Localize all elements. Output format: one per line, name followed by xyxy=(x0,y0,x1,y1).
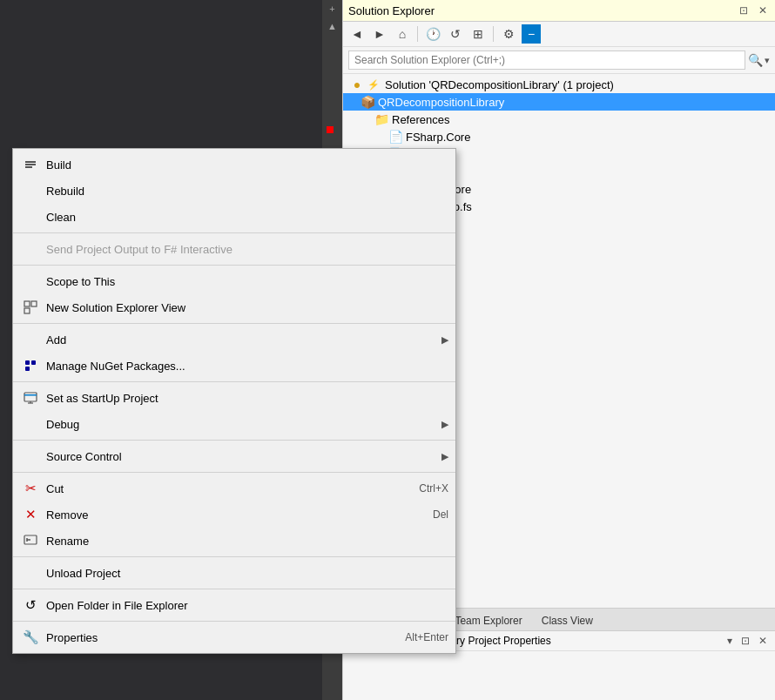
cm-sep9 xyxy=(13,621,455,622)
cm-item-rebuild[interactable]: Rebuild xyxy=(13,178,455,204)
se-home-btn[interactable]: ⌂ xyxy=(393,24,412,44)
cm-label-source-control: Source Control xyxy=(46,450,428,463)
startup-icon xyxy=(22,389,39,407)
se-title-bar: Solution Explorer ⊡ ✕ xyxy=(343,0,775,22)
svg-rect-0 xyxy=(25,161,36,163)
open-folder-icon: ↺ xyxy=(22,596,39,614)
se-search-icon[interactable]: 🔍 xyxy=(748,53,763,67)
svg-rect-5 xyxy=(24,308,30,313)
svg-rect-3 xyxy=(24,301,30,306)
rename-icon xyxy=(22,532,39,549)
references-label: References xyxy=(392,113,449,126)
svg-rect-8 xyxy=(25,367,30,371)
cm-sep1 xyxy=(13,232,455,233)
fsharp-interactive-icon xyxy=(22,240,39,258)
cm-item-open-folder[interactable]: ↺ Open Folder in File Explorer xyxy=(13,592,455,618)
rebuild-icon xyxy=(22,182,39,199)
cm-label-debug: Debug xyxy=(46,418,428,431)
svg-rect-9 xyxy=(24,393,37,401)
solution-label: Solution 'QRDecompositionLibrary' (1 pro… xyxy=(385,78,614,91)
cm-item-new-se-view[interactable]: New Solution Explorer View xyxy=(13,294,455,320)
prop-controls: ▾ ⊡ ✕ xyxy=(724,634,770,648)
cm-label-properties: Properties xyxy=(46,631,398,644)
cm-item-properties[interactable]: 🔧 Properties Alt+Enter xyxy=(13,624,455,650)
prop-dock-btn[interactable]: ⊡ xyxy=(738,634,752,648)
build-icon xyxy=(22,156,39,173)
add-submenu-arrow: ▶ xyxy=(441,334,448,346)
svg-rect-2 xyxy=(25,166,32,168)
cm-item-debug[interactable]: Debug ▶ xyxy=(13,411,455,437)
debug-submenu-arrow: ▶ xyxy=(441,419,448,430)
cm-sep7 xyxy=(13,556,455,557)
source-control-submenu-arrow: ▶ xyxy=(441,451,448,462)
context-menu: Build Rebuild Clean Send Project Output … xyxy=(12,148,456,654)
cm-label-nuget: Manage NuGet Packages... xyxy=(46,360,448,373)
se-tree-item-fsharp[interactable]: 📄 FSharp.Core xyxy=(343,128,775,145)
properties-icon: 🔧 xyxy=(22,629,39,646)
cm-shortcut-cut: Ctrl+X xyxy=(419,482,448,495)
add-icon xyxy=(22,331,39,348)
cm-sep8 xyxy=(13,589,455,589)
cm-item-build[interactable]: Build xyxy=(13,151,455,178)
se-pin-btn[interactable]: ⊡ xyxy=(737,3,751,17)
cm-sep4 xyxy=(13,381,455,382)
cm-item-fsharp-interactive[interactable]: Send Project Output to F# Interactive xyxy=(13,236,455,262)
cm-item-scope[interactable]: Scope to This xyxy=(13,268,455,294)
cm-item-clean[interactable]: Clean xyxy=(13,204,455,230)
se-tree-item-references[interactable]: 📁 References xyxy=(343,111,775,128)
cm-sep2 xyxy=(13,265,455,266)
cm-sep5 xyxy=(13,440,455,441)
se-search-input[interactable] xyxy=(348,50,745,70)
cm-label-rename: Rename xyxy=(46,535,448,548)
cm-item-unload[interactable]: Unload Project xyxy=(13,560,455,586)
cm-item-source-control[interactable]: Source Control ▶ xyxy=(13,443,455,469)
se-search-bar: 🔍 ▾ xyxy=(343,47,775,74)
cm-item-remove[interactable]: ✕ Remove Del xyxy=(13,501,455,528)
cm-item-rename[interactable]: Rename xyxy=(13,528,455,554)
cm-label-fsharp-interactive: Send Project Output to F# Interactive xyxy=(46,243,448,256)
se-minus-btn[interactable]: − xyxy=(522,24,541,44)
svg-rect-6 xyxy=(25,360,30,365)
se-history-btn[interactable]: 🕐 xyxy=(423,24,442,44)
cm-item-add[interactable]: Add ▶ xyxy=(13,326,455,353)
cm-label-build: Build xyxy=(46,158,448,172)
solution-icon: ● xyxy=(350,77,364,91)
cm-item-startup[interactable]: Set as StartUp Project xyxy=(13,385,455,411)
cm-shortcut-properties: Alt+Enter xyxy=(405,631,448,643)
cut-icon: ✂ xyxy=(22,480,39,497)
se-refresh-btn[interactable]: ↺ xyxy=(446,24,465,44)
remove-icon: ✕ xyxy=(22,506,39,523)
clean-icon xyxy=(22,208,39,225)
se-search-options[interactable]: ▾ xyxy=(765,55,770,66)
se-tree-item-solution[interactable]: ● ⚡ Solution 'QRDecompositionLibrary' (1… xyxy=(343,76,775,93)
cm-shortcut-remove: Del xyxy=(433,508,448,521)
tab-class-view[interactable]: Class View xyxy=(532,610,603,630)
se-sync-btn[interactable]: ⊞ xyxy=(468,24,488,44)
se-toolbar-sep2 xyxy=(493,26,494,42)
svg-rect-4 xyxy=(31,301,37,306)
prop-pin-btn[interactable]: ▾ xyxy=(724,634,735,648)
fsharp-icon: 📄 xyxy=(388,130,402,144)
strip-plus-btn[interactable]: + xyxy=(322,0,342,17)
red-marker xyxy=(327,126,334,133)
cm-label-open-folder: Open Folder in File Explorer xyxy=(46,599,448,612)
se-settings-btn[interactable]: ⚙ xyxy=(499,24,518,44)
solution-marker: ⚡ xyxy=(367,79,380,91)
prop-close-btn[interactable]: ✕ xyxy=(756,634,770,648)
cm-label-new-se-view: New Solution Explorer View xyxy=(46,301,448,314)
fsharp-label: FSharp.Core xyxy=(406,131,470,144)
cm-label-rebuild: Rebuild xyxy=(46,185,448,198)
tab-team-explorer[interactable]: Team Explorer xyxy=(445,610,531,630)
cm-item-cut[interactable]: ✂ Cut Ctrl+X xyxy=(13,475,455,501)
se-tree-item-project[interactable]: 📦 QRDecompositionLibrary xyxy=(343,93,775,111)
nuget-icon xyxy=(22,357,39,374)
cm-sep3 xyxy=(13,323,455,324)
strip-scroll-up[interactable]: ▲ xyxy=(322,17,342,35)
cm-label-add: Add xyxy=(46,333,428,347)
cm-label-scope: Scope to This xyxy=(46,275,448,288)
cm-item-nuget[interactable]: Manage NuGet Packages... xyxy=(13,353,455,379)
scope-icon xyxy=(22,273,39,290)
se-back-btn[interactable]: ◄ xyxy=(347,24,367,44)
se-close-btn[interactable]: ✕ xyxy=(756,3,770,17)
se-forward-btn[interactable]: ► xyxy=(370,24,389,44)
